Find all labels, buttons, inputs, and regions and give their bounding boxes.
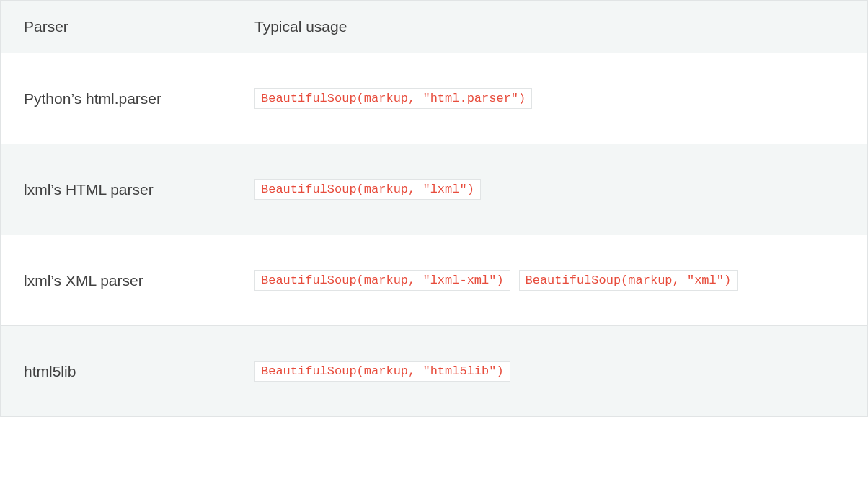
table-header-row: Parser Typical usage bbox=[1, 1, 868, 53]
parser-name: Python’s html.parser bbox=[1, 53, 231, 144]
parser-table: Parser Typical usage Python’s html.parse… bbox=[0, 0, 868, 417]
code-snippet: BeautifulSoup(markup, "html.parser") bbox=[254, 88, 532, 109]
header-usage: Typical usage bbox=[231, 1, 868, 53]
parser-name: lxml’s XML parser bbox=[1, 235, 231, 326]
parser-name: lxml’s HTML parser bbox=[1, 144, 231, 235]
code-snippet: BeautifulSoup(markup, "lxml") bbox=[254, 179, 481, 200]
parser-usage: BeautifulSoup(markup, "lxml-xml") Beauti… bbox=[231, 235, 868, 326]
table-row: html5lib BeautifulSoup(markup, "html5lib… bbox=[1, 326, 868, 417]
code-snippet: BeautifulSoup(markup, "xml") bbox=[519, 270, 738, 291]
table-row: lxml’s XML parser BeautifulSoup(markup, … bbox=[1, 235, 868, 326]
code-snippet: BeautifulSoup(markup, "lxml-xml") bbox=[254, 270, 510, 291]
table-row: lxml’s HTML parser BeautifulSoup(markup,… bbox=[1, 144, 868, 235]
parser-name: html5lib bbox=[1, 326, 231, 417]
header-parser: Parser bbox=[1, 1, 231, 53]
parser-usage: BeautifulSoup(markup, "lxml") bbox=[231, 144, 868, 235]
table-row: Python’s html.parser BeautifulSoup(marku… bbox=[1, 53, 868, 144]
parser-usage: BeautifulSoup(markup, "html.parser") bbox=[231, 53, 868, 144]
parser-usage: BeautifulSoup(markup, "html5lib") bbox=[231, 326, 868, 417]
code-snippet: BeautifulSoup(markup, "html5lib") bbox=[254, 361, 510, 382]
